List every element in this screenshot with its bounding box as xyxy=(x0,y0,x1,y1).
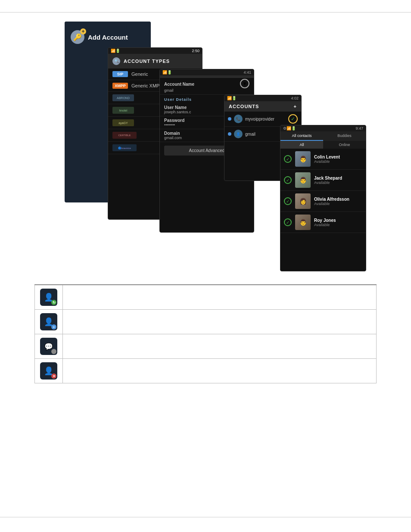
status-icon-sync: 👤 ↻ xyxy=(40,289,57,306)
contact-jack[interactable]: ✓ 👨 Jack Shepard Available xyxy=(280,170,366,191)
contact-avatar-colin: 👨 xyxy=(295,151,311,167)
contact-avatar-roy: 👨 xyxy=(295,215,311,230)
panel3-icons: 📶🔋 xyxy=(162,70,172,75)
add-account-title: Add Account xyxy=(88,34,128,41)
tab-all-contacts[interactable]: All contacts xyxy=(280,131,323,141)
contact-avatar-jack: 👨 xyxy=(295,172,311,188)
account-name-label: Account Name xyxy=(164,82,194,87)
add-account-button[interactable]: + xyxy=(294,104,297,109)
contact-info-roy: Roy Jones Available xyxy=(314,218,336,227)
table-row-chat: 💬 xyxy=(35,334,377,359)
panel-contacts: ⚙📶🔋 9:47 All contacts Buddies All Online… xyxy=(280,125,366,271)
status-icon-account: 👤 ≡ xyxy=(40,313,57,330)
ayagy-logo: ayaGY xyxy=(112,119,134,126)
sync-overlay: ↻ xyxy=(51,300,56,305)
contact-colin[interactable]: ✓ 👨 Colin Levent Available xyxy=(280,149,366,170)
account-name-gmail: gmail xyxy=(245,132,286,137)
contact-name-jack: Jack Shepard xyxy=(314,176,342,180)
contact-info-olivia: Olivia Alfredsson Available xyxy=(314,197,349,206)
account-icon-voip: 📞 xyxy=(234,115,243,123)
search-icon-sm: 🔍 xyxy=(112,57,120,65)
contact-name-olivia: Olivia Alfredsson xyxy=(314,197,349,202)
table-row-sync: 👤 ↻ xyxy=(35,285,377,310)
panel3-statusbar: 📶🔋 4:41 xyxy=(160,69,254,75)
status-icon-chat: 💬 xyxy=(40,338,57,355)
panel5-icons: ⚙📶🔋 xyxy=(283,126,296,131)
contact-avatar-olivia: 👩 xyxy=(295,193,311,209)
panel3-time: 4:41 xyxy=(243,70,251,75)
bravoice-logo: 🔵bravoice xyxy=(112,144,137,151)
panel2-statusbar: 📶🔋 2:50 xyxy=(108,48,202,54)
account-overlay: ≡ xyxy=(51,324,56,330)
contact-info-jack: Jack Shepard Available xyxy=(314,176,342,185)
contact-status-olivia: Available xyxy=(314,202,349,206)
xmpp-badge: XMPP xyxy=(112,83,128,89)
contact-check-roy: ✓ xyxy=(284,218,292,226)
offline-overlay: ✕ xyxy=(51,373,56,379)
panel4-title: ACCOUNTS xyxy=(229,104,259,109)
certible-logo: CERTIBLE xyxy=(112,132,137,139)
icon-cell-chat: 💬 xyxy=(35,334,63,359)
key-icon: 🔑 xyxy=(71,30,84,44)
panel5-time: 9:47 xyxy=(355,126,363,131)
contact-name-roy: Roy Jones xyxy=(314,218,336,223)
subtab-all[interactable]: All xyxy=(280,141,323,149)
contacts-tabs: All contacts Buddies xyxy=(280,131,366,141)
sip-badge: SIP xyxy=(112,71,128,77)
subtab-online[interactable]: Online xyxy=(323,141,366,149)
account-icon-gmail: 👤 xyxy=(234,130,243,138)
check-voip: ✓ xyxy=(288,114,298,124)
panel1-header: 🔑 Add Account xyxy=(65,22,151,50)
icons-table: 👤 ↻ 👤 ≡ 💬 xyxy=(34,284,377,383)
abrond-logo: ABROND xyxy=(112,94,134,101)
icon-cell-sync: 👤 ↻ xyxy=(35,285,63,310)
panel2-title: ACCOUNT TYPES xyxy=(124,59,170,64)
desc-offline xyxy=(63,359,377,383)
bottom-rule xyxy=(0,517,411,517)
dropdown-icon[interactable]: ▼ xyxy=(240,79,249,88)
panel2-time: 2:50 xyxy=(192,49,199,53)
contact-check-olivia: ✓ xyxy=(284,197,292,205)
chat-overlay xyxy=(51,349,56,354)
desc-account xyxy=(63,310,377,334)
account-name-value: gmail xyxy=(164,88,249,93)
contact-check-jack: ✓ xyxy=(284,176,292,184)
panel4-icons: 📶🔋 xyxy=(227,96,237,100)
status-icons-table: 👤 ↻ 👤 ≡ 💬 xyxy=(34,284,377,383)
panel4-statusbar: 📶🔋 4:02 xyxy=(224,95,301,101)
contact-status-jack: Available xyxy=(314,180,342,185)
account-name-voip: myvoipprovider xyxy=(245,117,286,121)
icon-cell-account: 👤 ≡ xyxy=(35,310,63,334)
account-dot-gmail xyxy=(228,132,231,136)
desc-chat xyxy=(63,334,377,359)
screenshots-area: 🔑 Add Account 📶🔋 2:50 🔍 ACCOUNT TYPES SI… xyxy=(65,22,388,263)
panel2-title-row: 🔍 ACCOUNT TYPES xyxy=(108,54,202,68)
panel4-title-row: ACCOUNTS + xyxy=(224,101,301,112)
account-name-field[interactable]: Account Name ▼ gmail xyxy=(160,78,254,95)
status-icon-offline: 👤 ✕ xyxy=(40,362,57,380)
hnotel-logo: hnotel xyxy=(112,107,134,114)
contact-check-colin: ✓ xyxy=(284,155,292,163)
account-dot-voip xyxy=(228,117,231,121)
contacts-subtabs: All Online xyxy=(280,141,366,149)
contact-olivia[interactable]: ✓ 👩 Olivia Alfredsson Available xyxy=(280,191,366,212)
contact-name-colin: Colin Levent xyxy=(314,155,340,159)
tab-buddies[interactable]: Buddies xyxy=(323,131,366,141)
panel4-time: 4:02 xyxy=(291,96,299,100)
panel5-statusbar: ⚙📶🔋 9:47 xyxy=(280,125,366,131)
contact-info-colin: Colin Levent Available xyxy=(314,155,340,164)
desc-sync xyxy=(63,285,377,310)
contact-status-colin: Available xyxy=(314,159,340,164)
top-rule xyxy=(0,12,411,12)
account-row-voip[interactable]: 📞 myvoipprovider ✓ xyxy=(224,112,301,127)
icon-cell-offline: 👤 ✕ xyxy=(35,359,63,383)
xmpp-label: Generic XMPP xyxy=(131,83,163,88)
contact-status-roy: Available xyxy=(314,223,336,227)
panel2-notification-icons: 📶🔋 xyxy=(111,49,120,53)
sip-label: Generic xyxy=(131,72,148,77)
table-row-offline: 👤 ✕ xyxy=(35,359,377,383)
table-row-account: 👤 ≡ xyxy=(35,310,377,334)
contact-roy[interactable]: ✓ 👨 Roy Jones Available xyxy=(280,212,366,233)
